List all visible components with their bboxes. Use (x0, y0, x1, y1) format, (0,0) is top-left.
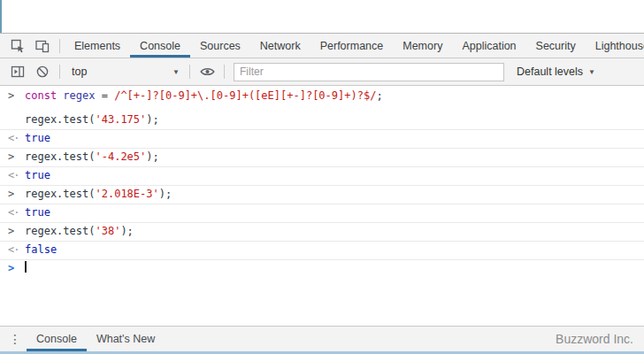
clear-console-button[interactable] (30, 65, 55, 79)
log-levels-select[interactable]: Default levels ▼ (517, 65, 595, 78)
console-toolbar: top ▼ Default levels ▼ (0, 58, 644, 86)
panel-tabs: Elements Console Sources Network Perform… (65, 34, 644, 58)
tab-elements[interactable]: Elements (65, 34, 130, 58)
device-toolbar-icon (35, 39, 50, 53)
drawer-tabs: Console What's New (27, 327, 165, 351)
log-levels-label: Default levels (517, 65, 583, 78)
console-blank-line (25, 104, 644, 112)
console-message-body (18, 261, 644, 276)
kebab-menu-icon[interactable]: ⋮ (4, 327, 27, 351)
javascript-context-select[interactable]: top ▼ (65, 62, 185, 81)
prompt-chevron-icon: > (0, 150, 18, 165)
result-arrow-icon: <· (0, 205, 18, 220)
page-left-edge (0, 0, 2, 33)
context-label: top (72, 65, 87, 78)
eye-icon (200, 65, 215, 79)
console-code-line: const regex = /^[+-]?[0-9]+\.[0-9]+([eE]… (25, 88, 644, 104)
console-message-body: false (18, 242, 644, 258)
result-arrow-icon: <· (0, 242, 18, 258)
tab-security[interactable]: Security (526, 34, 586, 58)
prompt-chevron-icon: > (0, 261, 18, 276)
console-code-line: true (25, 205, 644, 220)
prompt-chevron-icon: > (0, 88, 18, 127)
console-message-body: true (18, 205, 644, 220)
console-code-line: regex.test('-4.2e5'); (25, 150, 644, 165)
tab-application[interactable]: Application (452, 34, 525, 58)
text-cursor (25, 261, 27, 273)
result-arrow-icon: <· (0, 131, 18, 146)
console-message-prompt[interactable]: > (0, 259, 644, 278)
console-message-body: true (18, 131, 644, 146)
device-toolbar-button[interactable] (30, 34, 55, 58)
prompt-chevron-icon: > (0, 187, 18, 202)
clear-console-icon (35, 65, 50, 79)
console-message-result: <·true (0, 204, 644, 222)
tab-performance[interactable]: Performance (310, 34, 394, 58)
chevron-down-icon: ▼ (588, 68, 595, 76)
inspect-element-icon (11, 39, 25, 53)
console-message-body: true (18, 168, 644, 183)
watermark-text: Buzzword Inc. (556, 332, 644, 346)
console-message-command: >const regex = /^[+-]?[0-9]+\.[0-9]+([eE… (0, 86, 644, 129)
tab-memory[interactable]: Memory (393, 34, 452, 58)
tab-network[interactable]: Network (250, 34, 310, 58)
console-message-command: >regex.test('38'); (0, 222, 644, 241)
console-message-result: <·true (0, 129, 644, 148)
console-message-result: <·true (0, 166, 644, 185)
drawer-tabbar: ⋮ Console What's New Buzzword Inc. (0, 326, 644, 351)
console-code-line: regex.test('2.018E-3'); (25, 187, 644, 202)
console-code-line: regex.test('43.175'); (25, 112, 644, 127)
console-message-command: >regex.test('-4.2e5'); (0, 148, 644, 166)
tab-sources[interactable]: Sources (190, 34, 250, 58)
divider (59, 39, 60, 53)
console-message-body: const regex = /^[+-]?[0-9]+\.[0-9]+([eE]… (18, 88, 644, 127)
inspect-element-button[interactable] (5, 34, 30, 58)
console-code-line: false (25, 242, 644, 258)
drawer-tab-whats-new[interactable]: What's New (87, 327, 165, 351)
chevron-down-icon: ▼ (172, 68, 180, 76)
console-code-line: true (25, 168, 644, 183)
console-code-line: regex.test('38'); (25, 224, 644, 239)
result-arrow-icon: <· (0, 168, 18, 183)
divider (224, 65, 225, 79)
tab-console[interactable]: Console (130, 34, 190, 58)
console-blank-line (25, 261, 644, 270)
console-sidebar-icon (11, 65, 25, 79)
tab-lighthouse[interactable]: Lighthouse (586, 34, 644, 58)
console-message-body: regex.test('-4.2e5'); (18, 150, 644, 165)
prompt-chevron-icon: > (0, 224, 18, 239)
page-background (0, 0, 644, 33)
drawer-tab-console[interactable]: Console (27, 327, 87, 351)
console-message-body: regex.test('2.018E-3'); (18, 187, 644, 202)
console-sidebar-button[interactable] (5, 65, 30, 79)
divider (59, 65, 60, 79)
devtools-window: Elements Console Sources Network Perform… (0, 0, 644, 354)
filter-input[interactable] (234, 63, 504, 81)
devtools-tabbar: Elements Console Sources Network Perform… (0, 33, 644, 58)
console-message-command: >regex.test('2.018E-3'); (0, 185, 644, 204)
console-message-result: <·false (0, 241, 644, 259)
live-expression-button[interactable] (195, 65, 219, 79)
console-code-line: true (25, 131, 644, 146)
console-log[interactable]: >const regex = /^[+-]?[0-9]+\.[0-9]+([eE… (0, 86, 644, 326)
console-message-body: regex.test('38'); (18, 224, 644, 239)
divider (189, 65, 190, 79)
